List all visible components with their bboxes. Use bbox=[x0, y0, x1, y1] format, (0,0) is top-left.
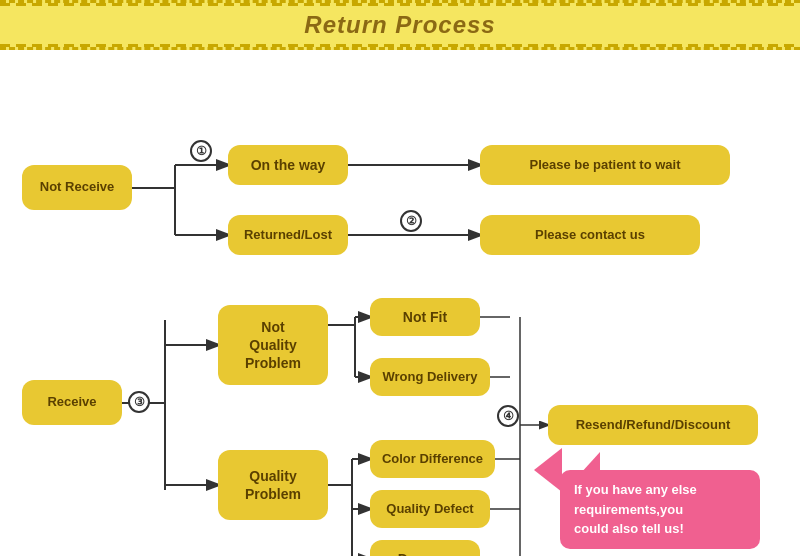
returned-lost-box: Returned/Lost bbox=[228, 215, 348, 255]
not-fit-box: Not Fit bbox=[370, 298, 480, 336]
color-diff-box: Color Difference bbox=[370, 440, 495, 478]
please-contact-box: Please contact us bbox=[480, 215, 700, 255]
badge-2: ② bbox=[400, 210, 422, 232]
quality-problem-box: QualityProblem bbox=[218, 450, 328, 520]
badge-3: ③ bbox=[128, 391, 150, 413]
quality-defect-box: Quality Defect bbox=[370, 490, 490, 528]
content-area: Not Receive On the way Returned/Lost Ple… bbox=[0, 50, 800, 556]
page-title: Return Process bbox=[304, 11, 495, 38]
speech-bubble-pointer bbox=[534, 448, 562, 492]
receive-box: Receive bbox=[22, 380, 122, 425]
header: Return Process bbox=[0, 0, 800, 50]
not-quality-box: NotQualityProblem bbox=[218, 305, 328, 385]
resend-box: Resend/Refund/Discount bbox=[548, 405, 758, 445]
damage-box: Damage bbox=[370, 540, 480, 556]
please-wait-box: Please be patient to wait bbox=[480, 145, 730, 185]
speech-bubble: If you have any elserequirements,youcoul… bbox=[560, 470, 760, 549]
badge-4: ④ bbox=[497, 405, 519, 427]
wrong-delivery-box: Wrong Delivery bbox=[370, 358, 490, 396]
badge-1: ① bbox=[190, 140, 212, 162]
not-receive-box: Not Receive bbox=[22, 165, 132, 210]
on-the-way-box: On the way bbox=[228, 145, 348, 185]
